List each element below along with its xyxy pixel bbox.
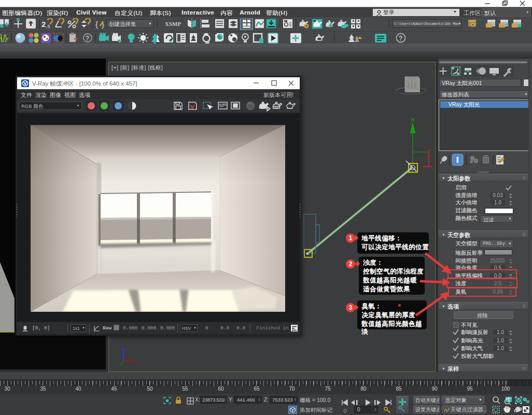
svg-text:.5: .5	[46, 24, 50, 29]
svg-text:?: ?	[399, 35, 402, 42]
svg-text:{: {	[95, 20, 98, 29]
svg-text:XSMP: XSMP	[165, 21, 181, 27]
svg-text:2: 2	[41, 20, 46, 29]
svg-text:%: %	[223, 103, 227, 106]
svg-text:?: ?	[86, 35, 89, 42]
